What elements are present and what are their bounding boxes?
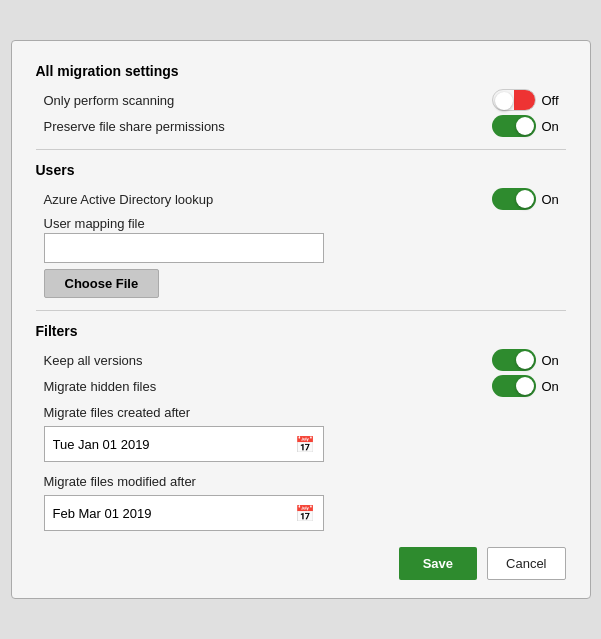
toggle-label-permissions: On: [542, 119, 566, 134]
toggle-group-versions: On: [492, 349, 566, 371]
toggle-label-aad: On: [542, 192, 566, 207]
row-migrate-hidden: Migrate hidden files On: [44, 375, 566, 397]
section-title-filters: Filters: [36, 323, 566, 339]
user-mapping-input[interactable]: [44, 233, 324, 263]
label-keep-versions: Keep all versions: [44, 353, 143, 368]
divider-1: [36, 149, 566, 150]
toggle-knob-permissions: [516, 117, 534, 135]
label-created-after: Migrate files created after: [44, 405, 566, 420]
toggle-knob-aad: [516, 190, 534, 208]
section-title-users: Users: [36, 162, 566, 178]
toggle-knob-hidden: [516, 377, 534, 395]
section-title-migration: All migration settings: [36, 63, 566, 79]
toggle-knob-scanning: [495, 92, 513, 110]
row-keep-versions: Keep all versions On: [44, 349, 566, 371]
toggle-label-scanning: Off: [542, 93, 566, 108]
toggle-group-aad: On: [492, 188, 566, 210]
label-preserve-permissions: Preserve file share permissions: [44, 119, 225, 134]
label-user-mapping: User mapping file: [44, 216, 566, 231]
toggle-aad[interactable]: [492, 188, 536, 210]
choose-file-button[interactable]: Choose File: [44, 269, 160, 298]
created-after-date-wrapper: 📅: [44, 426, 324, 462]
toggle-label-hidden: On: [542, 379, 566, 394]
modified-after-date-wrapper: 📅: [44, 495, 324, 531]
migration-settings-dialog: All migration settings Only perform scan…: [11, 40, 591, 599]
row-only-perform-scanning: Only perform scanning Off: [44, 89, 566, 111]
row-preserve-permissions: Preserve file share permissions On: [44, 115, 566, 137]
toggle-group-permissions: On: [492, 115, 566, 137]
cancel-button[interactable]: Cancel: [487, 547, 565, 580]
row-aad-lookup: Azure Active Directory lookup On: [44, 188, 566, 210]
toggle-group-scanning: Off: [492, 89, 566, 111]
toggle-hidden[interactable]: [492, 375, 536, 397]
toggle-label-versions: On: [542, 353, 566, 368]
toggle-permissions[interactable]: [492, 115, 536, 137]
save-button[interactable]: Save: [399, 547, 477, 580]
dialog-footer: Save Cancel: [36, 547, 566, 580]
toggle-group-hidden: On: [492, 375, 566, 397]
label-aad-lookup: Azure Active Directory lookup: [44, 192, 214, 207]
label-only-perform-scanning: Only perform scanning: [44, 93, 175, 108]
toggle-knob-versions: [516, 351, 534, 369]
divider-2: [36, 310, 566, 311]
calendar-icon-created[interactable]: 📅: [295, 435, 315, 454]
toggle-versions[interactable]: [492, 349, 536, 371]
calendar-icon-modified[interactable]: 📅: [295, 504, 315, 523]
modified-after-input[interactable]: [53, 506, 295, 521]
label-modified-after: Migrate files modified after: [44, 474, 566, 489]
toggle-scanning[interactable]: [492, 89, 536, 111]
created-after-input[interactable]: [53, 437, 295, 452]
label-migrate-hidden: Migrate hidden files: [44, 379, 157, 394]
